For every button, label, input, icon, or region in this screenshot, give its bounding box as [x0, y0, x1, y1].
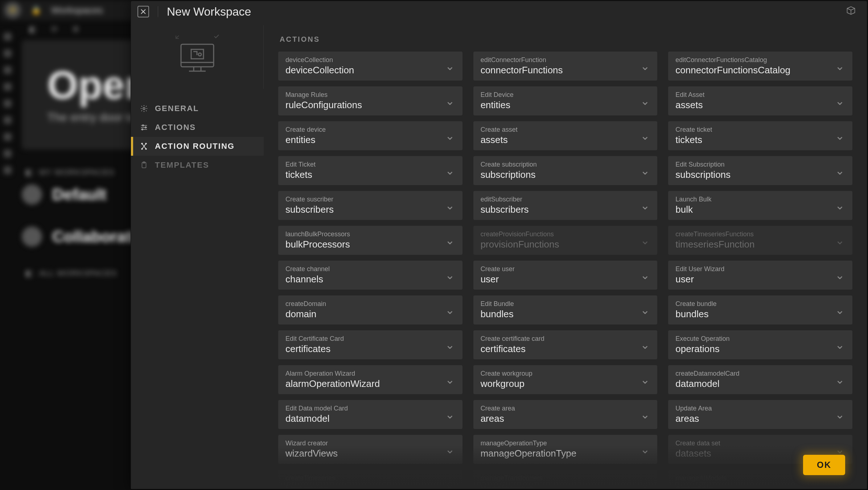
chevron-down-icon: ⌄ — [445, 303, 455, 317]
action-card: createTimeseriesFunctionstimeseriesFunct… — [668, 226, 852, 255]
action-card[interactable]: createDatamodelCarddatamodel⌄ — [668, 365, 852, 394]
chevron-down-icon: ⌄ — [640, 199, 650, 212]
clipboard-icon — [140, 161, 148, 170]
package-icon[interactable] — [846, 5, 856, 18]
action-label: Edit Bundle — [481, 300, 640, 308]
action-label: Create asset — [481, 126, 640, 134]
action-value: connectorFunctions — [481, 65, 640, 76]
action-card[interactable]: Create assetassets⌄ — [473, 121, 658, 150]
action-card[interactable]: Edit Subscriptionsubscriptions⌄ — [668, 156, 852, 185]
action-card[interactable]: editSubscribersubscribers⌄ — [473, 191, 658, 220]
action-card[interactable]: Launch Bulkbulk⌄ — [668, 191, 852, 220]
action-label: createProvisionFunctions — [481, 230, 640, 238]
chevron-down-icon: ⌄ — [445, 59, 455, 73]
action-card[interactable]: Create subscriptionsubscriptions⌄ — [473, 156, 658, 185]
nav-actions[interactable]: ACTIONS — [131, 118, 264, 137]
chevron-down-icon: ⌄ — [835, 303, 845, 317]
action-label: Create subscription — [481, 161, 640, 169]
action-card[interactable]: Create useruser⌄ — [473, 261, 658, 290]
action-label: createTimeseries — [285, 474, 445, 482]
action-card[interactable]: Edit Deviceentities⌄ — [473, 86, 658, 115]
action-value: areas — [481, 413, 640, 424]
action-value: timeseriesFunction — [675, 239, 835, 250]
chevron-down-icon: ⌄ — [835, 129, 845, 143]
chevron-down-icon: ⌄ — [640, 442, 650, 456]
chevron-down-icon: ⌄ — [640, 373, 650, 387]
action-label: Launch Bulk — [675, 196, 835, 204]
action-value: manageOperationType — [481, 448, 640, 459]
action-card[interactable]: Edit User Wizarduser⌄ — [668, 261, 852, 290]
action-value: user — [481, 274, 640, 285]
action-value: certificates — [481, 344, 640, 355]
content-area: ACTIONS deviceCollectiondeviceCollection… — [264, 22, 867, 489]
action-label: Create user — [481, 265, 640, 273]
action-card[interactable]: Manage RulesruleConfigurations⌄ — [278, 86, 462, 115]
actions-grid: deviceCollectiondeviceCollection⌄editCon… — [278, 52, 852, 489]
topbar-title: Workspaces — [51, 5, 103, 16]
action-label: Edit Asset — [675, 91, 835, 99]
action-card[interactable]: Create certificate cardcertificates⌄ — [473, 330, 658, 359]
action-card[interactable]: createDomaindomain⌄ — [278, 295, 462, 324]
chevron-down-icon: ⌄ — [835, 477, 845, 489]
action-card[interactable]: Update Areaareas⌄ — [668, 400, 852, 429]
action-label: manageAIModels — [675, 474, 835, 482]
nav-general[interactable]: GENERAL — [131, 99, 264, 118]
action-value: channels — [285, 274, 445, 285]
close-button[interactable] — [137, 6, 149, 17]
close-icon — [140, 9, 146, 15]
action-card[interactable]: editConnectorFunctionsCatalogconnectorFu… — [668, 52, 852, 81]
action-value: alarmOperationWizard — [285, 379, 445, 389]
action-card[interactable]: Create areaareas⌄ — [473, 400, 658, 429]
action-card[interactable]: manageOperationTypemanageOperationType⌄ — [473, 435, 658, 464]
svg-point-19 — [145, 148, 147, 150]
chevron-down-icon: ⌄ — [835, 442, 845, 456]
action-label: Create data set — [675, 440, 835, 448]
action-value: tickets — [285, 170, 445, 180]
action-card[interactable]: Edit Certificate Cardcertificates⌄ — [278, 330, 462, 359]
action-card[interactable]: Create deviceentities⌄ — [278, 121, 462, 150]
nav-general-label: GENERAL — [155, 104, 199, 113]
action-card[interactable]: Edit Assetassets⌄ — [668, 86, 852, 115]
action-card[interactable]: Create channelchannels⌄ — [278, 261, 462, 290]
action-value: workgroup — [481, 379, 640, 389]
action-card[interactable]: Edit Data model Carddatamodel⌄ — [278, 400, 462, 429]
action-card[interactable]: editConnectorFunctionconnectorFunctions⌄ — [473, 52, 658, 81]
action-card[interactable]: Wizard creatorwizardViews⌄ — [278, 435, 462, 464]
action-card[interactable]: launchBulkProcessorsbulkProcessors⌄ — [278, 226, 462, 255]
action-value: entities — [481, 100, 640, 111]
action-label: Edit Ticket — [285, 161, 445, 169]
action-card[interactable]: Create workgroupworkgroup⌄ — [473, 365, 658, 394]
action-card[interactable]: Create bundlebundles⌄ — [668, 295, 852, 324]
svg-point-16 — [141, 143, 143, 144]
ok-button[interactable]: OK — [803, 455, 845, 475]
svg-point-9 — [143, 107, 145, 110]
action-card[interactable]: Edit Bundlebundles⌄ — [473, 295, 658, 324]
action-card[interactable]: Alarm Operation WizardalarmOperationWiza… — [278, 365, 462, 394]
chevron-down-icon: ⌄ — [445, 408, 455, 421]
sliders-icon — [140, 123, 148, 132]
action-card: createTimeseriestimeseries⌄ — [278, 470, 462, 489]
action-value: connectorFunctionsCatalog — [675, 65, 835, 76]
action-card[interactable]: deviceCollectiondeviceCollection⌄ — [278, 52, 462, 81]
action-card[interactable]: Edit Tickettickets⌄ — [278, 156, 462, 185]
chevron-down-icon: ⌄ — [640, 59, 650, 73]
nav-action-routing[interactable]: ACTION ROUTING — [131, 137, 264, 156]
chevron-down-icon: ⌄ — [640, 94, 650, 108]
gear-icon — [140, 104, 148, 113]
action-value: assets — [481, 135, 640, 146]
action-label: Edit Data model Card — [285, 405, 445, 413]
action-card: createProvisionFunctionsprovisionFunctio… — [473, 226, 658, 255]
action-label: createDomain — [285, 300, 445, 308]
monitor-icon — [174, 33, 221, 81]
action-card[interactable]: Execute Operationoperations⌄ — [668, 330, 852, 359]
chevron-down-icon: ⌄ — [640, 338, 650, 352]
action-value: datamodel — [285, 413, 445, 424]
nav-templates[interactable]: TEMPLATES — [131, 156, 264, 175]
routing-icon — [140, 142, 148, 151]
action-value: areas — [675, 413, 835, 424]
action-card[interactable]: Create tickettickets⌄ — [668, 121, 852, 150]
chevron-down-icon: ⌄ — [640, 408, 650, 421]
action-value: domain — [285, 309, 445, 320]
action-value: subscribers — [285, 204, 445, 215]
action-card[interactable]: Create suscribersubscribers⌄ — [278, 191, 462, 220]
